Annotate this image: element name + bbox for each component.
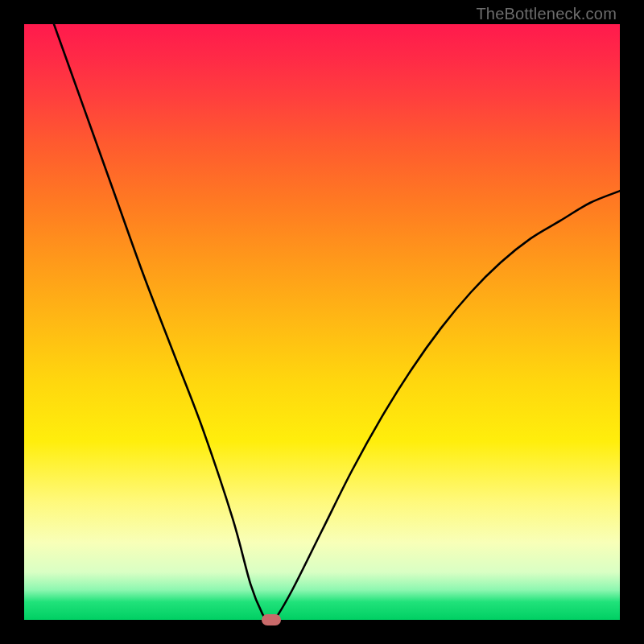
curve-svg (24, 24, 620, 620)
watermark-text: TheBottleneck.com (476, 5, 617, 23)
bottleneck-curve (54, 24, 620, 620)
plot-area (24, 24, 620, 620)
frame: TheBottleneck.com (0, 0, 644, 644)
minimum-marker (262, 614, 281, 625)
